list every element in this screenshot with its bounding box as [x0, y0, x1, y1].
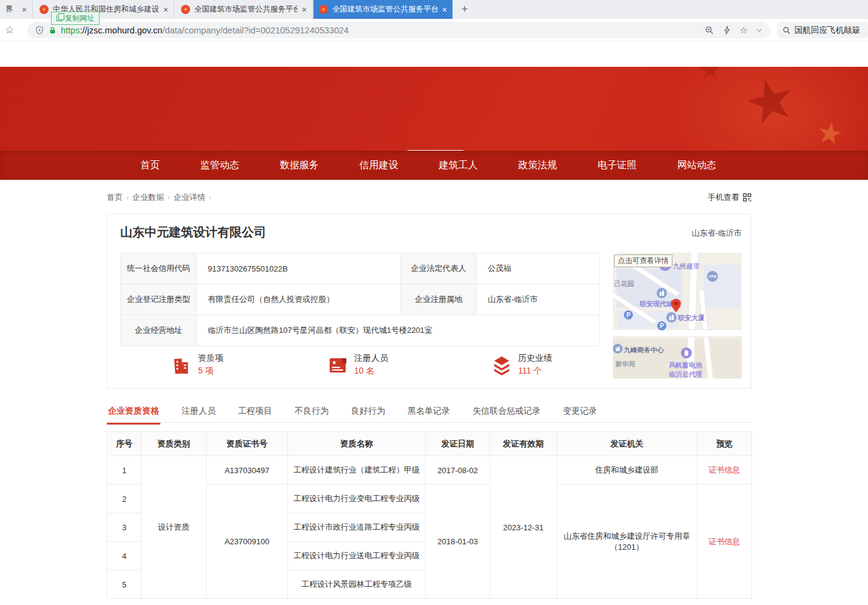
- search-icon: [782, 26, 791, 35]
- stat-value: 5 项: [198, 366, 224, 377]
- browser-tab-partial[interactable]: 界 ×: [0, 0, 33, 19]
- hot-search-box[interactable]: 国航回应飞机颠簸: [777, 22, 868, 38]
- poi-label-garden: 己花园: [614, 279, 634, 289]
- field-label: 企业注册属地: [401, 284, 477, 315]
- page: 界 × ★ 中华人民共和国住房和城乡建设 × ★ 全国建筑市场监管公共服务平台 …: [0, 0, 868, 605]
- nav-item-home[interactable]: 首页: [137, 159, 163, 172]
- mobile-view-label: 手机查看: [708, 192, 739, 203]
- nav-item-workers[interactable]: 建筑工人: [435, 159, 481, 172]
- nav-item-data-service[interactable]: 数据服务: [276, 159, 323, 172]
- tab-registered-personnel[interactable]: 注册人员: [180, 402, 217, 423]
- mobile-view-link[interactable]: 手机查看: [708, 192, 751, 203]
- url-host: ://jzsc.mohurd.gov.cn: [80, 26, 162, 35]
- url-text[interactable]: https://jzsc.mohurd.gov.cn/data/company/…: [61, 26, 700, 35]
- nav-item-supervision[interactable]: 监管动态: [197, 159, 243, 172]
- map-road: [613, 329, 742, 337]
- parking-marker-icon: P: [624, 310, 633, 320]
- field-label: 企业登记注册类型: [121, 284, 197, 315]
- company-card: 山东中元建筑设计有限公司 山东省-临沂市 统一社会信用代码 9137130267…: [107, 214, 751, 389]
- url-scheme: https: [61, 26, 80, 35]
- building-marker-icon: [657, 288, 667, 298]
- hot-search-text: 国航回应飞机颠簸: [795, 25, 860, 36]
- stat-label: 历史业绩: [518, 353, 552, 364]
- breadcrumb-company-detail[interactable]: 企业详情: [174, 192, 205, 203]
- stat-label: 注册人员: [354, 353, 388, 364]
- tab-bad-behavior[interactable]: 不良行为: [293, 402, 330, 423]
- tab-title: 全国建筑市场监管公共服务平台: [332, 4, 438, 15]
- col-header-issue-date: 发证日期: [426, 432, 490, 456]
- cell-no: 1: [108, 456, 142, 485]
- tab-change-records[interactable]: 变更记录: [562, 402, 598, 423]
- favorite-star-icon[interactable]: ☆: [740, 25, 748, 36]
- nav-item-ecert[interactable]: 电子证照: [594, 159, 640, 172]
- tab-title: 界: [5, 4, 18, 15]
- cell-cert-no: A237009100: [207, 485, 288, 599]
- copy-url-tooltip: 复制网址: [51, 12, 100, 25]
- col-header-name: 资质名称: [288, 432, 426, 456]
- lightning-icon[interactable]: [722, 26, 732, 35]
- stat-qualifications[interactable]: 资质项 5 项: [171, 353, 224, 377]
- cell-name: 工程设计市政行业道路工程专业丙级: [288, 513, 426, 542]
- col-header-cert-no: 资质证书号: [207, 432, 288, 456]
- poi-label-battery: 风帆蓄电池 临沂总代理: [669, 361, 702, 378]
- cell-issue-date: 2017-08-02: [426, 456, 490, 485]
- nav-item-policy[interactable]: 政策法规: [514, 159, 561, 172]
- cell-name: 工程设计电力行业变电工程专业丙级: [288, 485, 426, 513]
- close-icon[interactable]: ×: [22, 5, 27, 14]
- company-name: 山东中元建筑设计有限公司: [120, 224, 266, 241]
- poi-label-modern-city: 联安现代城: [640, 299, 673, 309]
- company-location-map[interactable]: 点击可查看详情 九州超市 ATM 己花园 联安现代城 联安大厦 P P: [613, 253, 742, 378]
- certificate-info-link[interactable]: 证书信息: [709, 465, 740, 474]
- certificate-icon: ★: [327, 355, 348, 375]
- cell-no: 3: [108, 513, 142, 542]
- stat-registered-personnel[interactable]: ★ 注册人员 10 名: [327, 353, 388, 377]
- close-icon[interactable]: ×: [163, 5, 168, 14]
- poi-label-supermarket: 九州超市: [673, 262, 700, 271]
- secure-lock-icon: [49, 26, 56, 35]
- col-header-preview: 预览: [697, 432, 752, 456]
- tab-good-behavior[interactable]: 良好行为: [350, 402, 386, 423]
- chevron-right-icon: ›: [126, 193, 129, 202]
- detail-tabs: 企业资质资格 注册人员 工程项目 不良行为 良好行为 黑名单记录 失信联合惩戒记…: [107, 402, 751, 423]
- address-value: 临沂市兰山区陶然路107号星河晶都（联安）现代城1号楼2201室: [197, 315, 600, 346]
- battery-marker-icon: [681, 347, 692, 358]
- close-icon[interactable]: ×: [442, 5, 447, 14]
- close-icon[interactable]: ×: [302, 5, 307, 14]
- chevron-down-icon[interactable]: [756, 26, 763, 35]
- flag-star-decoration: ★: [699, 67, 722, 83]
- poi-label-tower: 联安大厦: [678, 313, 705, 323]
- tab-projects[interactable]: 工程项目: [237, 402, 273, 423]
- cell-name: 工程设计风景园林工程专项乙级: [288, 570, 426, 599]
- breadcrumb-company-data[interactable]: 企业数据: [132, 192, 164, 203]
- zoom-out-icon[interactable]: [705, 26, 714, 35]
- new-tab-button[interactable]: +: [457, 2, 472, 17]
- browser-tab-jzsc[interactable]: ★ 全国建筑市场监管公共服务平台 ×: [176, 0, 313, 19]
- credit-code-value: 91371302675501022B: [197, 253, 401, 284]
- national-emblem-favicon: ★: [181, 5, 190, 14]
- cell-valid-until: 2023-12-31: [490, 456, 557, 599]
- company-info-table: 统一社会信用代码 91371302675501022B 企业法定代表人 公茂福 …: [120, 253, 600, 346]
- breadcrumb-home[interactable]: 首页: [107, 192, 123, 203]
- cell-no: 5: [108, 570, 142, 599]
- browser-tab-active[interactable]: ★ 全国建筑市场监管公共服务平台 ×: [313, 0, 453, 19]
- atm-marker-icon: ATM: [707, 271, 718, 282]
- stat-history-performance[interactable]: 历史业绩 111 个: [491, 353, 552, 377]
- copy-icon: [56, 15, 62, 21]
- certificate-info-link[interactable]: 证书信息: [709, 537, 740, 546]
- address-field[interactable]: https://jzsc.mohurd.gov.cn/data/company/…: [27, 22, 770, 38]
- cell-no: 2: [108, 485, 142, 513]
- chevron-right-icon: ›: [168, 193, 170, 202]
- tab-qualifications[interactable]: 企业资质资格: [107, 402, 160, 425]
- cell-authority: 山东省住房和城乡建设厅许可专用章 （1201）: [557, 485, 697, 599]
- bookmark-star-icon[interactable]: ☆: [5, 24, 14, 36]
- shield-icon[interactable]: [35, 26, 44, 35]
- cell-no: 4: [108, 542, 142, 570]
- nav-item-credit[interactable]: 信用建设: [356, 159, 402, 172]
- layers-icon: [491, 355, 512, 375]
- url-path: /data/company/detail?id=0021052912405330…: [162, 26, 349, 35]
- nav-item-site-news[interactable]: 网站动态: [674, 159, 720, 172]
- field-label: 统一社会信用代码: [121, 253, 197, 284]
- tab-blacklist[interactable]: 黑名单记录: [406, 402, 451, 423]
- stat-value: 10 名: [354, 366, 388, 377]
- tab-dishonesty-records[interactable]: 失信联合惩戒记录: [471, 402, 542, 423]
